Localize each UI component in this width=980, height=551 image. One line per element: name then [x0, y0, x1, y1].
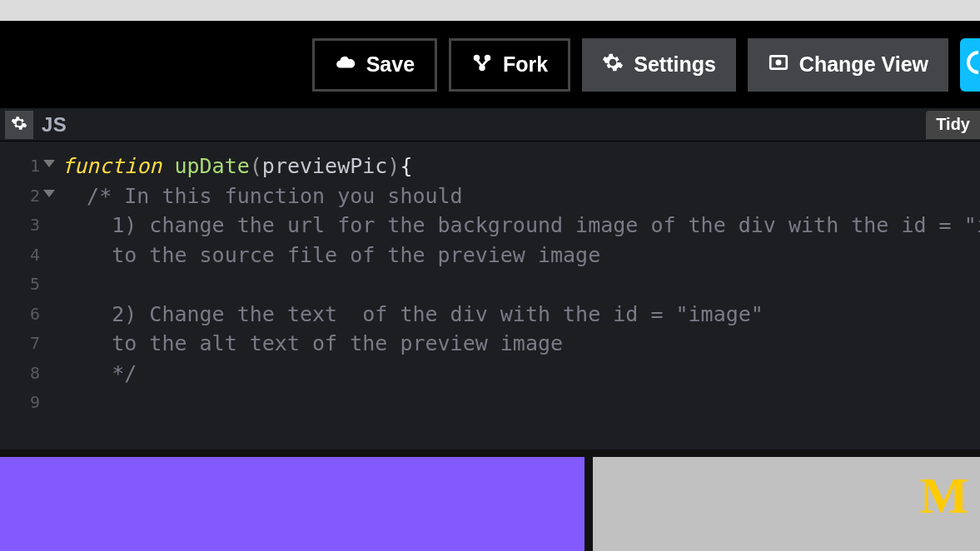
line-number: 5 [0, 270, 45, 300]
partial-icon [962, 47, 978, 82]
code-line[interactable]: 7 to the alt text of the preview image [0, 329, 980, 359]
line-number: 4 [0, 241, 45, 271]
change-view-button[interactable]: Change View [748, 38, 948, 92]
fork-icon [471, 52, 493, 78]
code-content[interactable]: function upDate(previewPic){ [45, 151, 412, 181]
view-icon [768, 52, 789, 78]
top-toolbar: Save Fork Settings Change View [0, 21, 980, 108]
gear-icon [602, 52, 624, 78]
code-line[interactable]: 4 to the source file of the preview imag… [0, 241, 980, 271]
js-panel-header: JS Tidy [0, 108, 980, 141]
fork-button[interactable]: Fork [449, 38, 570, 92]
panel-settings-button[interactable] [5, 111, 33, 139]
button-label: Fork [503, 52, 548, 77]
code-content[interactable]: 1) change the url for the background ima… [45, 211, 980, 241]
code-content[interactable]: /* In this function you should [45, 181, 475, 211]
settings-button[interactable]: Settings [582, 38, 736, 92]
button-label: Change View [799, 52, 928, 77]
line-number: 1 [0, 151, 45, 181]
tidy-button[interactable]: Tidy [926, 111, 980, 139]
line-number: 9 [0, 388, 45, 418]
preview-pane-left[interactable] [0, 457, 585, 551]
fold-arrow-icon[interactable] [43, 160, 55, 167]
code-line[interactable]: 1function upDate(previewPic){ [0, 151, 980, 181]
output-preview: M [0, 449, 980, 551]
gear-icon [11, 115, 27, 135]
code-line[interactable]: 5 [0, 270, 980, 300]
code-line[interactable]: 3 1) change the url for the background i… [0, 211, 980, 241]
line-number: 2 [0, 181, 45, 211]
button-label: Settings [634, 52, 716, 77]
save-button[interactable]: Save [312, 38, 437, 92]
window-title-bar [0, 0, 980, 21]
line-number: 7 [0, 329, 45, 359]
code-content[interactable]: 2) Change the text of the div with the i… [45, 300, 776, 330]
code-line[interactable]: 2 /* In this function you should [0, 181, 980, 211]
preview-pane-right[interactable]: M [593, 457, 980, 551]
code-content[interactable]: */ [45, 359, 137, 389]
code-editor[interactable]: 1function upDate(previewPic){2 /* In thi… [0, 141, 980, 449]
cloud-icon [335, 52, 356, 78]
panel-language-label: JS [42, 113, 67, 137]
svg-point-0 [475, 56, 479, 60]
line-number: 8 [0, 359, 45, 389]
michigan-logo: M [919, 475, 962, 517]
svg-point-1 [485, 56, 490, 60]
fold-arrow-icon[interactable] [43, 190, 55, 197]
button-label: Save [366, 52, 415, 77]
code-content[interactable]: to the source file of the preview image [45, 241, 600, 271]
truncated-button[interactable] [960, 38, 980, 92]
code-line[interactable]: 8 */ [0, 359, 980, 389]
line-number: 3 [0, 211, 45, 241]
code-line[interactable]: 6 2) Change the text of the div with the… [0, 300, 980, 330]
line-number: 6 [0, 300, 45, 330]
code-line[interactable]: 9 [0, 388, 980, 418]
svg-point-4 [777, 60, 780, 63]
code-content[interactable]: to the alt text of the preview image [45, 329, 563, 359]
